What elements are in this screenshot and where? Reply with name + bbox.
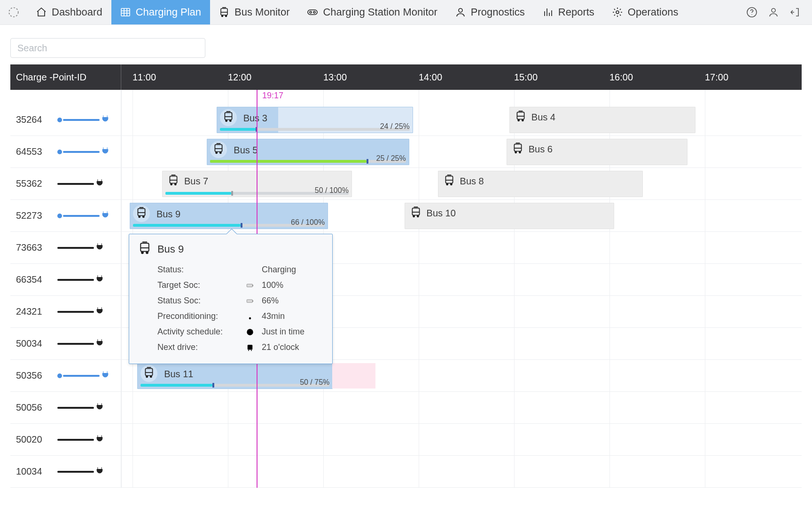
svg-point-6 <box>310 11 312 13</box>
svg-rect-1 <box>121 8 130 16</box>
schedule-block[interactable]: Bus 10 <box>405 203 615 229</box>
popover-row: Status: Charging <box>157 262 324 278</box>
bus-icon <box>512 146 524 156</box>
timeline-lane[interactable]: Bus 9 66 / 100% Bus 10 <box>121 200 802 231</box>
charge-point-status-line <box>57 178 104 190</box>
progress-label: 24 / 25% <box>380 122 410 131</box>
schedule-block-label: Bus 11 <box>164 369 193 380</box>
charge-point-cell: 50020 <box>10 424 121 455</box>
svg-rect-2 <box>221 8 227 15</box>
search-input[interactable] <box>10 38 205 58</box>
svg-rect-45 <box>247 300 252 302</box>
bus-icon <box>167 178 180 188</box>
timeline-grid: Charge -Point-ID 11:0012:0013:0014:0015:… <box>10 64 802 488</box>
help-icon[interactable] <box>745 6 758 19</box>
svg-point-12 <box>772 8 775 12</box>
nav-tab-bus-monitor[interactable]: Bus Monitor <box>210 0 298 24</box>
popover-value: 21 o'clock <box>262 342 299 352</box>
timeline-lane[interactable] <box>121 424 802 455</box>
nav-tab-dashboard[interactable]: Dashboard <box>27 0 111 24</box>
timeline-lane[interactable]: Bus 11 50 / 75% <box>121 360 802 391</box>
timeline-lane[interactable] <box>121 456 802 487</box>
timeline-lane[interactable]: Bus 3 24 / 25% Bus 4 <box>121 104 802 135</box>
nav-tab-operations[interactable]: Operations <box>603 0 687 24</box>
charge-point-status-line <box>57 210 110 222</box>
bus-icon <box>222 111 234 125</box>
now-indicator-label: 19:17 <box>262 91 283 101</box>
charge-point-id: 73663 <box>16 242 52 253</box>
nav-tab-label: Charging Station Monitor <box>323 6 437 18</box>
charge-point-status-line <box>57 434 104 445</box>
svg-rect-5 <box>308 10 317 15</box>
svg-rect-19 <box>215 144 222 151</box>
svg-point-32 <box>139 216 140 217</box>
progress-label: 25 / 25% <box>376 154 406 163</box>
popover-value: Just in time <box>262 327 304 337</box>
charger-icon <box>307 7 318 18</box>
svg-point-26 <box>171 183 172 185</box>
charge-point-id: 64553 <box>16 146 52 157</box>
svg-rect-34 <box>412 208 419 215</box>
hour-tick: 15:00 <box>514 72 538 83</box>
schedule-block[interactable]: Bus 5 25 / 25% <box>207 139 409 165</box>
grid-icon <box>120 7 131 18</box>
timeline-lane[interactable]: Bus 5 25 / 25% Bus 6 <box>121 136 802 167</box>
svg-point-33 <box>143 216 144 217</box>
schedule-block-label: Bus 5 <box>234 145 258 156</box>
bus-icon <box>138 241 152 257</box>
svg-point-8 <box>459 8 462 12</box>
plug-icon <box>95 434 104 445</box>
charge-point-status-line <box>57 114 110 126</box>
svg-point-4 <box>226 16 227 17</box>
svg-point-7 <box>313 11 315 13</box>
app-logo[interactable] <box>0 0 27 24</box>
svg-point-21 <box>220 152 221 153</box>
svg-rect-22 <box>514 144 521 151</box>
timeline-lane[interactable]: Bus 7 50 / 100% Bus 8 <box>121 168 802 199</box>
nav-tab-charging-plan[interactable]: Charging Plan <box>111 0 210 24</box>
top-nav: Dashboard Charging Plan Bus Monitor Char… <box>0 0 812 25</box>
bars-icon <box>542 7 554 18</box>
timeline-lane[interactable] <box>121 392 802 423</box>
schedule-block[interactable]: Bus 3 24 / 25% <box>217 107 413 133</box>
person-icon <box>455 7 466 18</box>
svg-point-36 <box>417 215 418 217</box>
schedule-block-label: Bus 6 <box>529 144 553 155</box>
charge-point-status-line <box>57 370 110 381</box>
charge-point-id: 50034 <box>16 338 52 349</box>
charge-point-id: 10034 <box>16 466 52 477</box>
battery-icon <box>245 297 255 305</box>
svg-rect-13 <box>225 112 232 119</box>
svg-point-50 <box>248 349 249 350</box>
schedule-block-label: Bus 9 <box>156 209 180 220</box>
schedule-block[interactable]: Bus 8 <box>438 171 643 197</box>
schedule-block[interactable]: Bus 4 <box>509 107 695 133</box>
schedule-block-label: Bus 10 <box>427 208 456 219</box>
charge-point-id: 50056 <box>16 402 52 413</box>
charge-point-cell: 10034 <box>10 456 121 487</box>
plug-icon <box>95 402 104 413</box>
schedule-block[interactable]: Bus 11 50 / 75% <box>137 363 333 389</box>
plug-icon <box>95 178 104 190</box>
svg-point-17 <box>518 119 519 121</box>
schedule-block[interactable]: Bus 6 <box>507 139 688 165</box>
user-icon[interactable] <box>767 6 780 19</box>
popover-key: Next drive: <box>157 342 238 352</box>
bus-detail-popover: Bus 9 Status: ChargingTarget Soc: 100%St… <box>129 234 333 364</box>
popover-row: Target Soc: 100% <box>157 278 324 293</box>
svg-rect-25 <box>170 176 177 183</box>
hour-tick: 12:00 <box>228 72 251 83</box>
nav-tab-prognostics[interactable]: Prognostics <box>446 0 534 24</box>
nav-tab-charging-station-monitor[interactable]: Charging Station Monitor <box>298 0 446 24</box>
nav-tab-reports[interactable]: Reports <box>534 0 603 24</box>
progress-label: 50 / 100% <box>315 186 349 195</box>
schedule-block[interactable]: Bus 9 66 / 100% <box>130 203 328 229</box>
charge-point-status-line <box>57 466 104 477</box>
bus-icon <box>515 114 527 124</box>
charge-point-id: 24321 <box>16 306 52 317</box>
charge-point-status-line <box>57 338 104 349</box>
timeline-hours: 11:0012:0013:0014:0015:0016:0017:00 <box>121 64 802 90</box>
progress-label: 66 / 100% <box>291 218 325 227</box>
logout-icon[interactable] <box>789 6 802 19</box>
bus-icon <box>410 210 422 220</box>
